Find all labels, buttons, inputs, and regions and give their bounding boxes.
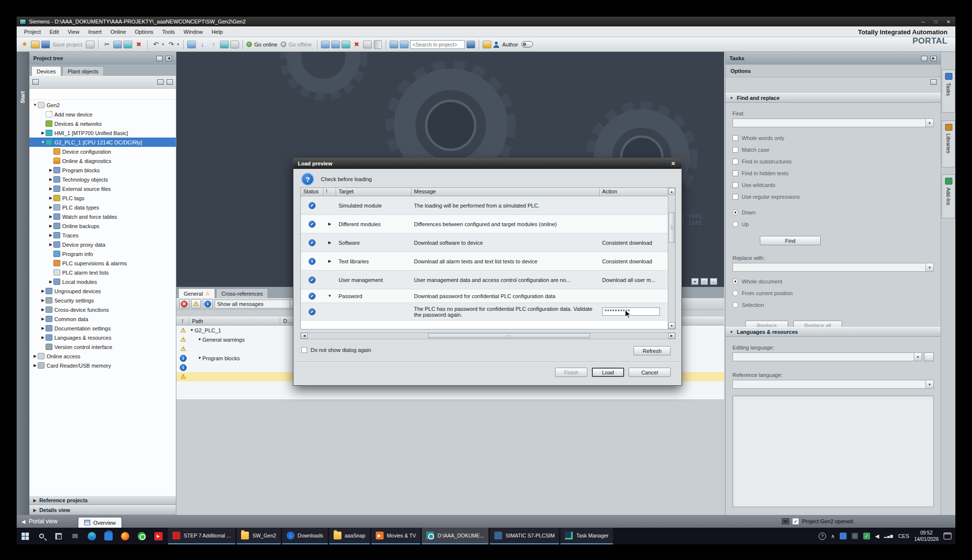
- chevron-down-icon[interactable]: ▼: [914, 353, 922, 361]
- tree-item-security-settings[interactable]: ▶Security settings: [29, 296, 176, 305]
- collapse-icon[interactable]: ▼: [40, 140, 46, 144]
- tray-app-icon[interactable]: [840, 533, 847, 539]
- checkbox-wildcards[interactable]: Use wildcards: [732, 179, 934, 191]
- keep-layout-icon[interactable]: [400, 41, 409, 48]
- side-tab-tasks[interactable]: Tasks: [942, 70, 955, 113]
- checkbox-box[interactable]: [732, 182, 738, 188]
- portal-navigation-strip[interactable]: Start: [17, 52, 29, 515]
- menu-item-tools[interactable]: Tools: [158, 26, 179, 37]
- expand-icon[interactable]: ▶: [48, 224, 53, 228]
- expand-icon[interactable]: ▶: [32, 363, 38, 368]
- col-target[interactable]: Target: [336, 188, 412, 196]
- diagnostics-icon[interactable]: [321, 41, 330, 48]
- filter-warnings-button[interactable]: ⚠: [191, 299, 201, 308]
- login-toggle[interactable]: [521, 41, 533, 47]
- panel-maximize-icon[interactable]: □: [701, 278, 708, 285]
- menu-item-project[interactable]: Project: [20, 26, 45, 37]
- menu-item-help[interactable]: Help: [207, 26, 227, 37]
- undo-button[interactable]: ↶: [151, 40, 161, 49]
- diagram-view-icon[interactable]: [167, 79, 173, 85]
- tree-item-plc-tags[interactable]: ▶PLC tags: [29, 193, 176, 203]
- volume-icon[interactable]: ◀: [875, 533, 879, 539]
- collapse-panel-icon[interactable]: ▶: [930, 56, 937, 61]
- checkbox-box[interactable]: [732, 170, 738, 176]
- redo-button[interactable]: ↷: [166, 40, 176, 49]
- checkbox-regex[interactable]: Use regular expressions: [732, 191, 934, 203]
- taskbar-app-aaasnap[interactable]: aaaSnap: [329, 528, 370, 544]
- tree-item-g2-plc-1[interactable]: ▼G2_PLC_1 [CPU 1214C DC/DC/Rly]: [29, 138, 176, 147]
- col-action[interactable]: Action: [600, 188, 668, 196]
- expand-icon[interactable]: ▶: [32, 354, 38, 358]
- tree-item-online-diagnostics[interactable]: Online & diagnostics: [29, 156, 176, 165]
- load-row-user-management[interactable]: ✓ User management User management data a…: [301, 271, 675, 289]
- tree-item-online-access[interactable]: ▶Online access: [29, 351, 176, 361]
- new-project-icon[interactable]: ✱: [20, 40, 29, 49]
- col-exclamation[interactable]: !: [176, 317, 189, 325]
- tray-display-icon[interactable]: [851, 533, 858, 539]
- radio-button[interactable]: [732, 279, 738, 284]
- horizontal-scrollbar[interactable]: ◀ ▶: [300, 332, 676, 339]
- copy-icon[interactable]: [113, 41, 122, 48]
- checkbox-box[interactable]: [301, 347, 307, 353]
- collapse-icon[interactable]: ▼: [197, 356, 202, 360]
- expand-icon[interactable]: ▶: [48, 196, 53, 200]
- scroll-left-icon[interactable]: ◀: [301, 333, 308, 339]
- close-button[interactable]: ✕: [945, 19, 952, 24]
- checkbox-find-substructures[interactable]: Find in substructures: [732, 156, 934, 167]
- expand-icon[interactable]: ▶: [48, 187, 53, 191]
- go-online-button[interactable]: Go online: [254, 42, 277, 47]
- task-view-button[interactable]: [50, 528, 67, 544]
- replace-input[interactable]: ▼: [732, 263, 934, 272]
- languages-header[interactable]: ▼ Languages & resources: [726, 327, 941, 337]
- taskbar-app-step7[interactable]: STEP 7 Additional ...: [168, 528, 235, 544]
- expand-icon[interactable]: ▶: [40, 326, 46, 330]
- paste-icon[interactable]: [123, 41, 132, 48]
- auto-collapse-icon[interactable]: [156, 56, 163, 61]
- print-icon[interactable]: [86, 41, 95, 48]
- checkbox-find-hidden[interactable]: Find in hidden texts: [732, 167, 934, 179]
- action-select[interactable]: Consistent download: [600, 233, 668, 252]
- find-replace-header[interactable]: ▼ Find and replace: [726, 93, 941, 103]
- go-offline-button[interactable]: Go offline: [289, 42, 312, 47]
- load-button[interactable]: Load: [592, 368, 624, 377]
- menu-item-edit[interactable]: Edit: [45, 26, 63, 37]
- checkbox-whole-words[interactable]: Whole words only: [732, 132, 934, 144]
- tray-expand-icon[interactable]: ∧: [831, 533, 835, 539]
- search-input[interactable]: [410, 40, 465, 49]
- collapse-icon[interactable]: ▼: [323, 289, 336, 303]
- radio-button[interactable]: [732, 290, 738, 296]
- tree-item-common-data[interactable]: ▶Common data: [29, 314, 176, 324]
- reference-language-select[interactable]: ▼: [732, 380, 934, 389]
- pinned-mail[interactable]: ✉: [67, 528, 83, 544]
- expand-icon[interactable]: ▶: [40, 307, 46, 312]
- portal-view-button[interactable]: ◀ Portal view: [22, 518, 57, 525]
- radio-up[interactable]: Up: [732, 218, 934, 230]
- cut-icon[interactable]: ✂: [102, 40, 112, 49]
- radio-down[interactable]: Down: [732, 207, 934, 218]
- expand-icon[interactable]: ▶: [40, 298, 46, 303]
- tree-item-watch-force-tables[interactable]: ▶Watch and force tables: [29, 212, 176, 221]
- tree-item-program-info[interactable]: Program info: [29, 249, 176, 258]
- help-icon[interactable]: ?: [819, 533, 826, 540]
- tree-item-version-control-interface[interactable]: Version control interface: [29, 342, 176, 351]
- start-button[interactable]: [17, 528, 33, 544]
- pinned-firefox[interactable]: [117, 528, 133, 544]
- collapse-icon[interactable]: ▼: [197, 337, 202, 342]
- checkbox-box[interactable]: [732, 159, 738, 164]
- find-button[interactable]: Find: [760, 236, 821, 245]
- editing-language-select[interactable]: ▼: [732, 352, 922, 361]
- finish-button[interactable]: Finish: [555, 368, 587, 377]
- action-select[interactable]: Consistent download: [600, 252, 668, 270]
- network-signal-icon[interactable]: ▂▄▆: [884, 534, 894, 538]
- load-row-simulated-module[interactable]: ✓ Simulated module The loading will be p…: [301, 196, 675, 215]
- dialog-titlebar[interactable]: Load preview ✕: [293, 158, 681, 169]
- collapse-icon[interactable]: ▼: [32, 103, 38, 107]
- col-exclamation[interactable]: !: [323, 188, 336, 196]
- taskbar-app-tia-portal[interactable]: D:\AAA_DOKUME...: [422, 528, 488, 544]
- tree-item-plc-alarm-text-lists[interactable]: PLC alarm text lists: [29, 268, 176, 277]
- load-row-password-validate[interactable]: ✓ The PLC has no password for confidenti…: [301, 303, 675, 321]
- panel-collapse-icon[interactable]: –: [710, 278, 717, 285]
- expand-icon[interactable]: ▶: [48, 233, 53, 237]
- menu-item-insert[interactable]: Insert: [84, 26, 106, 37]
- tree-item-local-modules[interactable]: ▶Local modules: [29, 277, 176, 286]
